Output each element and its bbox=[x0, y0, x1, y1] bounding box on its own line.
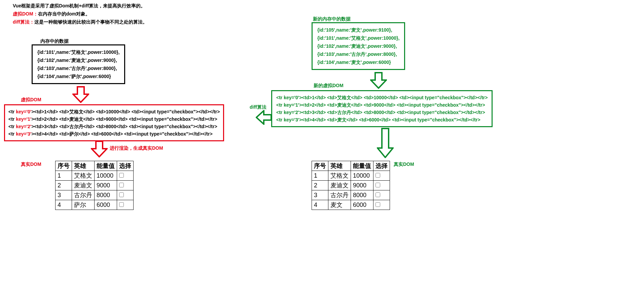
th-power: 能量值 bbox=[351, 161, 373, 171]
table-row: 3古尔丹8000 bbox=[56, 190, 134, 200]
vdom-line: <tr key='3'><td>4</td> <td>麦文</td> <td>6… bbox=[276, 116, 488, 123]
vdom-line: <tr key='0'><td>1</td> <td>艾格文</td> <td>… bbox=[8, 108, 220, 115]
real-dom-table-right: 序号 英雄 能量值 选择 1艾格文10000 2麦迪文9000 3古尔丹8000… bbox=[312, 161, 390, 210]
th-power: 能量值 bbox=[95, 161, 117, 171]
arrow-down-icon bbox=[72, 86, 89, 104]
row-checkbox[interactable] bbox=[119, 202, 124, 207]
vdom-desc: 在内存当中的dom对象。 bbox=[38, 11, 91, 16]
vdom-term: 虚拟DOM： bbox=[13, 11, 38, 16]
th-seq: 序号 bbox=[312, 161, 328, 171]
table-header-row: 序号 英雄 能量值 选择 bbox=[56, 161, 134, 171]
header-line3: diff算法：这是一种能够快速的比较出两个事物不同之处的算法。 bbox=[13, 18, 147, 26]
virtual-dom-label-right: 新的虚拟DOM bbox=[314, 83, 344, 89]
header-line2: 虚拟DOM：在内存当中的dom对象。 bbox=[13, 10, 147, 17]
header-line1: Vue框架是采用了虚拟Dom机制+diff算法，来提高执行效率的。 bbox=[13, 2, 147, 9]
header-description: Vue框架是采用了虚拟Dom机制+diff算法，来提高执行效率的。 虚拟DOM：… bbox=[13, 2, 147, 26]
diff-term: diff算法： bbox=[13, 19, 34, 25]
data-line: {id:'101',name:'艾格文',power:10000}, bbox=[317, 34, 399, 42]
row-checkbox[interactable] bbox=[375, 202, 380, 207]
virtual-dom-label-left: 虚拟DOM bbox=[21, 97, 41, 103]
vdom-line: <tr key='2'><td>3</td> <td>古尔丹</td> <td>… bbox=[276, 109, 488, 116]
row-checkbox[interactable] bbox=[119, 173, 124, 178]
memory-data-box-left: {id:'101',name:'艾格文',power:10000}, {id:'… bbox=[32, 44, 125, 84]
th-hero: 英雄 bbox=[328, 161, 351, 171]
data-line: {id:'103',name:'古尔丹',power:8000}, bbox=[37, 64, 119, 72]
data-line: {id:'103',name:'古尔丹',power:8000}, bbox=[317, 50, 399, 58]
row-checkbox[interactable] bbox=[375, 192, 380, 197]
vdom-line: <tr key='3'><td>4</td> <td>萨尔</td> <td>6… bbox=[8, 130, 220, 138]
real-dom-table-left: 序号 英雄 能量值 选择 1艾格文10000 2麦迪文9000 3古尔丹8000… bbox=[55, 161, 134, 210]
row-checkbox[interactable] bbox=[119, 183, 124, 187]
data-line: {id:'101',name:'艾格文',power:10000}, bbox=[37, 48, 119, 56]
data-line: {id:'102',name:'麦迪文',power:9000}, bbox=[317, 42, 399, 50]
vdom-line: <tr key='2'><td>3</td> <td>古尔丹</td> <td>… bbox=[8, 123, 220, 130]
data-line: {id:'105',name:'麦文',power:9100}, bbox=[317, 26, 399, 34]
table-row: 4萨尔6000 bbox=[56, 200, 134, 210]
row-checkbox[interactable] bbox=[375, 173, 380, 178]
data-line: {id:'102',name:'麦迪文',power:9000}, bbox=[37, 56, 119, 64]
row-checkbox[interactable] bbox=[375, 183, 380, 187]
vdom-line: <tr key='1'><td>2</td> <td>麦迪文</td> <td>… bbox=[8, 115, 220, 123]
diff-algorithm-label: diff算法 bbox=[250, 104, 266, 110]
memory-data-label-right: 新的内存中的数据 bbox=[313, 16, 351, 22]
memory-data-label-left: 内存中的数据 bbox=[40, 38, 69, 44]
arrow-down-icon bbox=[370, 72, 387, 90]
data-line: {id:'104',name:'萨尔',power:6000} bbox=[37, 72, 119, 80]
th-seq: 序号 bbox=[56, 161, 72, 171]
table-row: 1艾格文10000 bbox=[56, 171, 134, 181]
table-row: 1艾格文10000 bbox=[312, 171, 390, 181]
arrow-left-icon bbox=[256, 110, 272, 126]
real-dom-label-right: 真实DOM bbox=[394, 161, 414, 168]
vdom-line: <tr key='0'><td>1</td> <td>艾格文</td> <td>… bbox=[276, 94, 488, 101]
memory-data-box-right: {id:'105',name:'麦文',power:9100}, {id:'10… bbox=[312, 22, 405, 70]
table-row: 2麦迪文9000 bbox=[312, 181, 390, 190]
virtual-dom-box-right: <tr key='0'><td>1</td> <td>艾格文</td> <td>… bbox=[271, 90, 493, 127]
arrow-down-icon bbox=[91, 141, 108, 158]
table-row: 3古尔丹8000 bbox=[312, 190, 390, 200]
real-dom-label-left: 真实DOM bbox=[21, 161, 41, 168]
table-row: 2麦迪文9000 bbox=[56, 181, 134, 190]
render-label: 进行渲染，生成真实DOM bbox=[110, 145, 163, 151]
data-line: {id:'104',name:'麦文',power:6000} bbox=[317, 58, 399, 66]
th-select: 选择 bbox=[117, 161, 134, 171]
arrow-down-icon bbox=[377, 128, 394, 159]
row-checkbox[interactable] bbox=[119, 192, 124, 197]
th-select: 选择 bbox=[373, 161, 390, 171]
table-row: 4麦文6000 bbox=[312, 200, 390, 210]
diff-desc: 这是一种能够快速的比较出两个事物不同之处的算法。 bbox=[34, 19, 147, 25]
virtual-dom-box-left: <tr key='0'><td>1</td> <td>艾格文</td> <td>… bbox=[4, 104, 224, 141]
vdom-line: <tr key='1'><td>2</td> <td>麦迪文</td> <td>… bbox=[276, 101, 488, 109]
th-hero: 英雄 bbox=[72, 161, 95, 171]
table-header-row: 序号 英雄 能量值 选择 bbox=[312, 161, 390, 171]
